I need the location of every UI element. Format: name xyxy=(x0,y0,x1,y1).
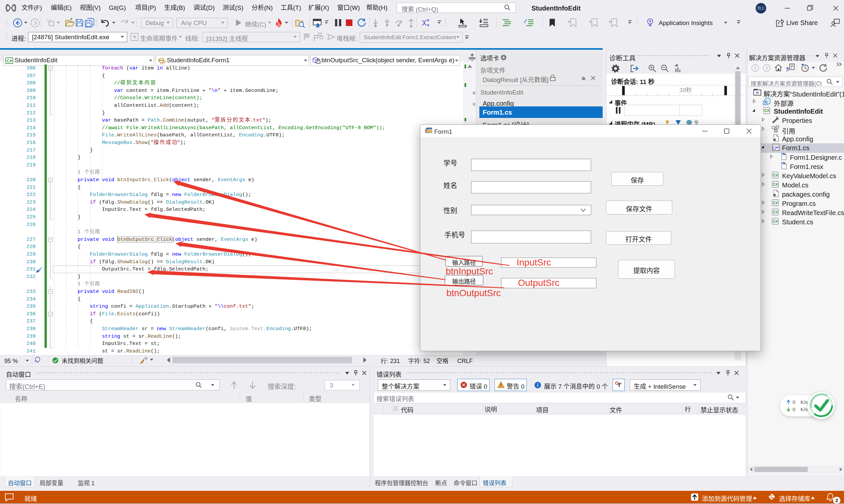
svg-text:C#: C# xyxy=(773,173,778,178)
svg-text:C#: C# xyxy=(773,201,778,205)
svg-text:C#: C# xyxy=(773,219,778,224)
svg-text:C#: C# xyxy=(6,58,12,63)
svg-text:C#: C# xyxy=(773,210,778,214)
svg-text:C#: C# xyxy=(773,182,778,187)
svg-text:C#: C# xyxy=(764,108,770,113)
